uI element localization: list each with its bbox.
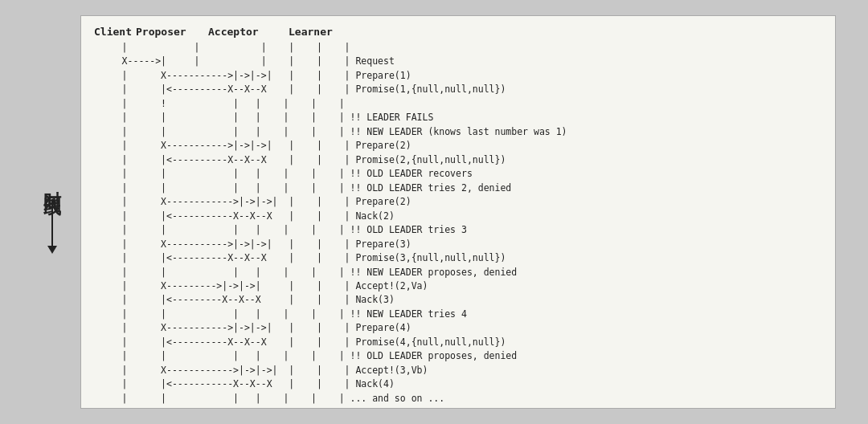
main-container: 时间线 Client Proposer Acceptor Learner | |…: [32, 15, 836, 409]
header-learner: Learner: [289, 26, 337, 38]
header-acceptor: Acceptor: [208, 26, 289, 38]
diagram-box: Client Proposer Acceptor Learner | | | |…: [80, 15, 836, 409]
time-axis-label: 时间线: [40, 177, 64, 186]
header-client: Client: [94, 26, 136, 38]
diagram-header: Client Proposer Acceptor Learner: [94, 26, 822, 38]
time-arrow: [51, 199, 53, 247]
diagram-content: | | | | | | X----->| | | | | | Request |…: [94, 41, 822, 406]
header-proposer: Proposer: [136, 26, 208, 38]
left-label: 时间线: [32, 15, 80, 409]
